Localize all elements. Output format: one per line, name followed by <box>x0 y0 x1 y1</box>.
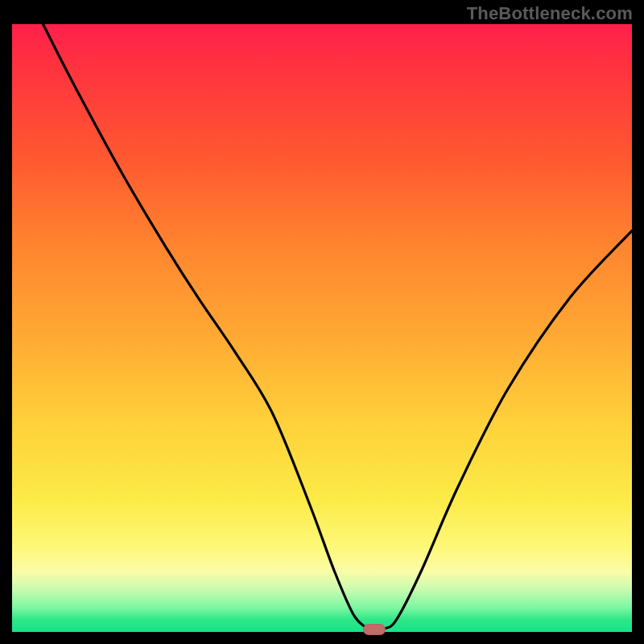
watermark-text: TheBottleneck.com <box>467 3 633 24</box>
chart-frame: TheBottleneck.com <box>0 0 644 644</box>
plot-area <box>12 24 632 632</box>
minimum-marker <box>363 624 386 635</box>
bottleneck-curve <box>12 24 632 632</box>
curve-path <box>43 24 633 632</box>
